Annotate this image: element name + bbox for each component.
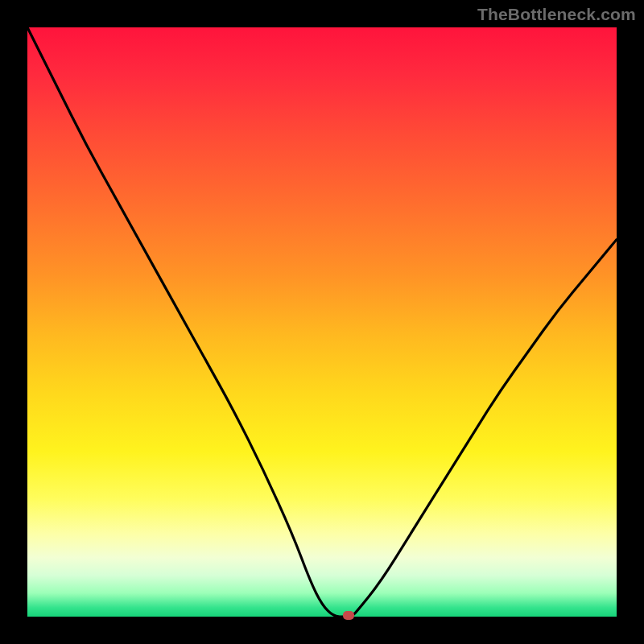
watermark-text: TheBottleneck.com [477,5,636,24]
plot-area [27,27,617,617]
optimum-marker [343,611,354,620]
bottleneck-curve [27,27,617,617]
chart-frame: TheBottleneck.com [0,0,644,644]
